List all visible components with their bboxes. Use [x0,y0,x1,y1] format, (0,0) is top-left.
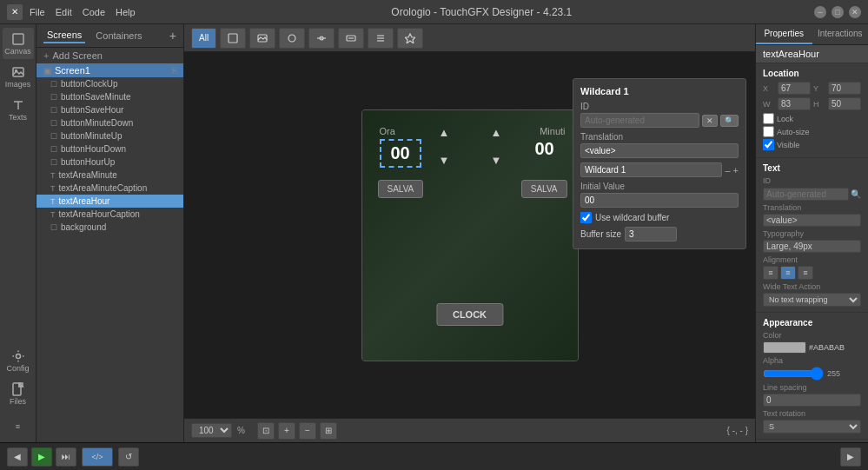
align-left-button[interactable]: ≡ [763,266,779,280]
wide-text-select[interactable]: No text wrapping Word wrap [763,293,861,307]
menu-edit[interactable]: Edit [56,7,72,17]
tree-buttonClockUp[interactable]: ☐ buttonClockUp [36,77,183,90]
tool-shapes[interactable] [220,28,246,49]
tool-inputs[interactable] [338,28,364,49]
id-row: ID [763,176,861,185]
maximize-button[interactable]: □ [832,6,844,18]
salva-right-button[interactable]: SALVA [521,180,567,198]
tree-icon-textminute: T [50,171,56,180]
tool-misc[interactable] [368,28,394,49]
align-center-button[interactable]: ≡ [780,266,796,280]
tool-sliders[interactable] [308,28,335,49]
tree-textAreaMinuteCaption[interactable]: T textAreaMinuteCaption [36,182,183,195]
x-input[interactable] [778,82,811,95]
wc-clear-button[interactable]: ✕ [702,115,718,127]
wc-wildcard-input[interactable] [580,162,722,177]
menu-code[interactable]: Code [83,7,105,17]
text-rotation-label: Text rotation [763,409,861,418]
more-button[interactable]: ▶ [840,447,861,467]
id-search-icon[interactable]: 🔍 [851,189,861,199]
salva-left-button[interactable]: SALVA [378,180,424,198]
clock-button[interactable]: CLOCK [436,303,503,326]
minimize-button[interactable]: – [814,6,826,18]
tree-label-hourup: buttonHourUp [61,157,115,167]
align-right-button[interactable]: ≡ [798,266,813,280]
translation-input[interactable] [763,214,861,227]
alignment-row: ≡ ≡ ≡ [763,266,861,280]
screen1-copy-icon: ⎘ [172,66,176,75]
text-rotation-select[interactable]: S 90 180 270 [763,420,861,434]
fit-icon[interactable]: ⊡ [257,422,275,440]
tree-buttonHourDown[interactable]: ☐ buttonHourDown [36,142,183,156]
rotate-button[interactable]: ↺ [118,447,139,467]
zoom-out-icon[interactable]: − [299,422,316,440]
tab-interactions[interactable]: Interactions [812,24,869,44]
tool-images[interactable] [249,28,275,49]
color-swatch[interactable] [763,341,806,354]
arrow-up-left[interactable]: ▲ [439,126,450,139]
tab-containers[interactable]: Containers [92,29,145,43]
close-button[interactable]: ✕ [849,6,861,18]
id-input[interactable] [763,188,849,201]
typography-input[interactable] [763,240,861,253]
wc-buffer-input[interactable] [625,227,677,242]
code-view-button[interactable]: </> [82,447,113,467]
zoom-select[interactable]: 100 75 50 150 200 [191,423,232,438]
translation-label: Translation [763,203,861,212]
grid-icon[interactable]: ⊞ [320,422,337,440]
lock-row: Lock [763,113,861,124]
tree-buttonHourUp[interactable]: ☐ buttonHourUp [36,156,183,169]
nav-back-button[interactable]: ◀ [7,447,28,467]
tree-background[interactable]: ☐ background [36,221,183,234]
tree-buttonMinuteDown[interactable]: ☐ buttonMinuteDown [36,116,183,129]
tool-effects[interactable] [397,28,423,49]
alpha-slider[interactable] [763,367,824,381]
wc-id-input[interactable] [580,113,699,128]
wc-initial-input[interactable] [580,193,739,208]
tab-properties[interactable]: Properties [756,24,812,44]
screen1-item[interactable]: ▣ Screen1 ⎘ [36,63,183,77]
sidebar-item-images[interactable]: Images [3,61,34,92]
sidebar-item-config[interactable]: Config [3,345,34,376]
wc-search-button[interactable]: 🔍 [720,115,739,127]
wc-checkbox[interactable] [580,212,592,223]
y-input[interactable] [828,82,861,95]
tree-buttonMinuteUp[interactable]: ☐ buttonMinuteUp [36,129,183,142]
alpha-row: 255 [763,367,861,381]
tree-textAreaMinute[interactable]: T textAreaMinute [36,169,183,182]
add-screen-row[interactable]: + Add Screen [36,48,183,63]
nav-fwd-button[interactable]: ⏭ [56,447,76,467]
wc-id-row: ✕ 🔍 [580,113,739,128]
autosize-checkbox[interactable] [763,126,774,137]
menu-file[interactable]: File [30,7,45,17]
nav-play-button[interactable]: ▶ [31,447,52,467]
sidebar-item-menu[interactable]: ≡ [3,411,34,442]
wc-translation-input[interactable] [580,143,739,158]
canvas-content: Ora 00 ▲ ▼ ▲ ▼ Minuti [362,110,578,361]
tree-label-minuteup: buttonMinuteUp [61,131,123,141]
canvas-view[interactable]: Ora 00 ▲ ▼ ▲ ▼ Minuti [184,52,755,418]
sidebar-item-files[interactable]: Files [3,378,34,409]
tree-textAreaHourCaption[interactable]: T textAreaHourCaption [36,208,183,221]
line-spacing-input[interactable] [763,394,861,407]
tab-screens[interactable]: Screens [43,28,85,43]
tree-buttonSaveHour[interactable]: ☐ buttonSaveHour [36,103,183,116]
w-input[interactable] [778,97,811,110]
arrow-down-right[interactable]: ▼ [491,154,502,167]
tree-buttonSaveMinute[interactable]: ☐ buttonSaveMinute [36,90,183,103]
wc-plus-icon[interactable]: + [733,165,739,175]
menu-help[interactable]: Help [116,7,136,17]
tool-all[interactable]: All [191,28,216,49]
tool-buttons[interactable] [279,28,305,49]
arrow-up-right[interactable]: ▲ [491,126,502,139]
wc-minus-icon[interactable]: – [725,165,730,175]
h-input[interactable] [828,97,861,110]
zoom-in-icon[interactable]: + [278,422,295,440]
arrow-down-left[interactable]: ▼ [439,154,450,167]
add-screen-button[interactable]: + [169,29,176,43]
visible-checkbox[interactable] [763,139,774,150]
sidebar-item-canvas[interactable]: Canvas [3,28,34,59]
sidebar-item-texts[interactable]: Texts [3,94,34,125]
tree-textAreaHour[interactable]: T textAreaHour [36,195,183,208]
lock-checkbox[interactable] [763,113,774,124]
